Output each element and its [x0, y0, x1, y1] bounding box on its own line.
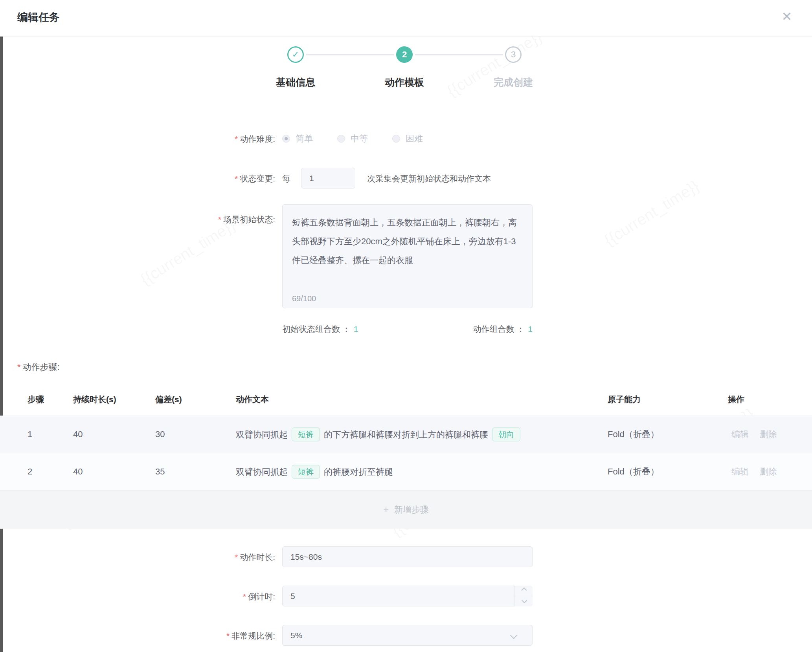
watermark: {{current_time}} — [601, 177, 702, 249]
required-asterisk: * — [226, 631, 230, 640]
initial-state-textarea[interactable]: 短裤五条数据背面朝上，五条数据正面朝上，裤腰朝右，离头部视野下方至少20cm之外… — [282, 204, 533, 308]
step-3-label: 完成创建 — [462, 76, 564, 89]
step-1-label: 基础信息 — [244, 76, 347, 89]
required-asterisk: * — [235, 174, 238, 183]
row2-offset: 35 — [155, 467, 165, 477]
watermark: {{current_time}} — [137, 216, 239, 288]
duration-label: *动作时长: — [235, 552, 275, 563]
required-asterisk: * — [235, 553, 238, 562]
col-action-text: 动作文本 — [236, 394, 269, 405]
step-3-circle: 3 — [505, 46, 522, 63]
row1-offset: 30 — [155, 429, 165, 440]
action-combo-value: 1 — [528, 324, 533, 333]
chevron-down-icon — [522, 598, 527, 603]
required-asterisk: * — [218, 215, 221, 224]
radio-medium[interactable]: 中等 — [337, 133, 368, 145]
radio-easy[interactable]: 简单 — [282, 133, 313, 145]
countdown-label: *倒计时: — [243, 591, 275, 602]
orientation-tag: 朝向 — [492, 428, 520, 441]
unusual-ratio-select[interactable]: 5% — [282, 625, 533, 646]
edit-link[interactable]: 编辑 — [731, 466, 749, 478]
difficulty-radio-group: 简单 中等 困难 — [282, 133, 447, 145]
table-row: 1 40 30 双臂协同抓起 短裤 的下方裤腿和裤腰对折到上方的裤腿和裤腰 朝向… — [0, 416, 812, 453]
delete-link[interactable]: 删除 — [760, 466, 777, 478]
radio-easy-label: 简单 — [296, 133, 313, 145]
initial-combo-label: 初始状态组合数 ： — [282, 324, 351, 333]
step-1-check-icon: ✓ — [287, 46, 304, 63]
step-2-label: 动作模板 — [353, 76, 456, 89]
row1-duration: 40 — [73, 429, 83, 440]
unusual-ratio-label: *非常规比例: — [226, 630, 275, 641]
dialog-header: 编辑任务 ✕ — [0, 0, 812, 37]
initial-state-label: *场景初始状态: — [218, 214, 275, 225]
add-step-button[interactable]: + 新增步骤 — [0, 491, 812, 529]
col-duration: 持续时长(s) — [73, 394, 116, 405]
row2-action-text: 双臂协同抓起 短裤 的裤腰对折至裤腿 — [236, 465, 393, 479]
combo-counts: 初始状态组合数 ：1 动作组合数 ：1 — [282, 324, 533, 335]
radio-medium-label: 中等 — [351, 133, 368, 145]
row1-step: 1 — [28, 429, 32, 440]
stepper: ✓ 2 3 基础信息 动作模板 完成创建 — [0, 46, 812, 93]
action-combo-label: 动作组合数 ： — [473, 324, 525, 333]
radio-circle-icon — [337, 135, 345, 143]
state-change-suffix: 次采集会更新初始状态和动作文本 — [367, 173, 491, 184]
state-change-prefix: 每 — [282, 173, 290, 184]
action-combo: 动作组合数 ：1 — [473, 324, 533, 335]
char-counter: 69/100 — [292, 294, 316, 303]
state-change-label: *状态变更: — [235, 173, 275, 184]
step-2-circle: 2 — [396, 46, 413, 63]
row2-step: 2 — [28, 467, 32, 477]
row1-actions: 编辑 删除 — [731, 429, 777, 440]
difficulty-label: *动作难度: — [235, 134, 275, 145]
chevron-up-icon — [521, 588, 527, 593]
stepper-up-button[interactable] — [514, 586, 533, 596]
row1-ability: Fold（折叠） — [608, 429, 659, 440]
initial-state-text: 短裤五条数据背面朝上，五条数据正面朝上，裤腰朝右，离头部视野下方至少20cm之外… — [292, 218, 517, 265]
action-steps-label: *动作步骤: — [17, 361, 60, 373]
initial-combo-value: 1 — [354, 324, 358, 333]
radio-hard[interactable]: 困难 — [392, 133, 423, 145]
initial-combo: 初始状态组合数 ：1 — [282, 324, 358, 335]
dialog-title: 编辑任务 — [17, 10, 60, 24]
edit-link[interactable]: 编辑 — [731, 429, 749, 440]
duration-input[interactable]: 15s~80s — [282, 546, 533, 567]
radio-hard-label: 困难 — [406, 133, 423, 145]
required-asterisk: * — [243, 592, 246, 601]
col-step: 步骤 — [28, 394, 44, 405]
delete-link[interactable]: 删除 — [760, 429, 777, 440]
number-stepper — [514, 586, 533, 606]
row1-action-text: 双臂协同抓起 短裤 的下方裤腿和裤腰对折到上方的裤腿和裤腰 朝向 — [236, 428, 524, 441]
add-step-label: 新增步骤 — [394, 504, 429, 516]
countdown-input[interactable]: 5 — [282, 586, 533, 606]
stepper-down-button[interactable] — [514, 596, 533, 606]
object-tag: 短裤 — [292, 428, 320, 441]
close-icon[interactable]: ✕ — [777, 7, 796, 26]
edit-task-dialog: {{current_time}} {{current_time}} {{curr… — [0, 0, 812, 652]
col-actions: 操作 — [728, 394, 744, 405]
step-connector — [415, 54, 503, 55]
object-tag: 短裤 — [292, 465, 320, 479]
row2-duration: 40 — [73, 467, 83, 477]
steps-table: 步骤 持续时长(s) 偏差(s) 动作文本 原子能力 操作 1 40 30 双臂… — [0, 383, 812, 529]
table-header-row: 步骤 持续时长(s) 偏差(s) 动作文本 原子能力 操作 — [0, 383, 812, 416]
col-offset: 偏差(s) — [155, 394, 182, 405]
col-ability: 原子能力 — [608, 394, 641, 405]
state-change-input[interactable]: 1 — [301, 168, 355, 189]
plus-icon: + — [383, 504, 389, 515]
page-edge-strip — [0, 10, 3, 652]
required-asterisk: * — [235, 134, 238, 143]
row2-actions: 编辑 删除 — [731, 466, 777, 478]
table-row: 2 40 35 双臂协同抓起 短裤 的裤腰对折至裤腿 Fold（折叠） 编辑 删… — [0, 453, 812, 491]
radio-circle-icon — [392, 135, 400, 143]
header-divider — [0, 36, 812, 37]
row2-ability: Fold（折叠） — [608, 466, 659, 478]
radio-circle-icon — [282, 135, 290, 143]
step-connector — [306, 54, 394, 55]
required-asterisk: * — [17, 362, 21, 372]
